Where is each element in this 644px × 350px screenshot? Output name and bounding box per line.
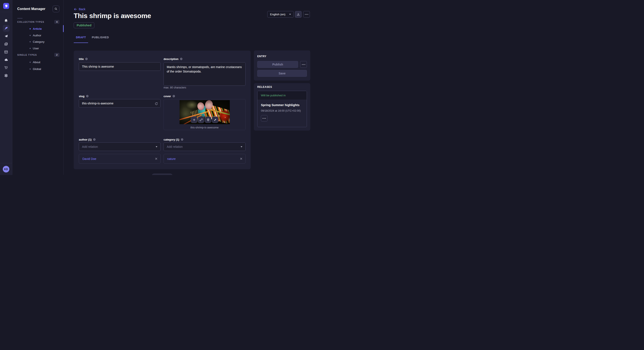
rail-item-home[interactable]	[3, 17, 10, 24]
remove-relation-button[interactable]	[240, 158, 242, 160]
sidebar-item-category[interactable]: Category	[30, 39, 44, 44]
sidebar-item-global[interactable]: Global	[30, 67, 41, 71]
rail-item-media-library[interactable]	[3, 41, 10, 47]
entry-more-button[interactable]	[300, 61, 307, 68]
tab-draft[interactable]: DRAFT	[74, 36, 88, 39]
cover-toolbar	[191, 117, 218, 123]
remove-relation-button[interactable]	[155, 158, 158, 160]
sidebar-item-label: Author	[33, 34, 41, 37]
title-input[interactable]	[79, 62, 160, 71]
active-item-indicator	[63, 25, 64, 32]
feather-icon	[4, 26, 8, 30]
rail-item-content-manager[interactable]	[3, 25, 10, 32]
strapi-logo[interactable]	[3, 3, 9, 9]
section-label: COLLECTION TYPES	[17, 21, 44, 23]
globe-icon	[93, 138, 96, 141]
bullet-icon	[30, 41, 31, 42]
release-card: Will be published in Spring Summer highl…	[257, 91, 307, 127]
sidebar-title: Content Manager	[17, 7, 45, 11]
rail-item-cloud[interactable]	[3, 56, 10, 63]
relation-link[interactable]: nature	[167, 157, 176, 161]
partial-bottom-element	[152, 174, 172, 175]
description-hint: max. 80 characters	[164, 86, 186, 89]
entry-panel: ENTRY Publish Save	[254, 50, 310, 81]
regenerate-slug-button[interactable]	[154, 102, 158, 106]
slug-input[interactable]	[79, 99, 160, 108]
relation-link[interactable]: David Doe	[82, 157, 96, 161]
description-field-label: description	[164, 57, 182, 61]
back-label: Back	[79, 7, 86, 11]
link-icon	[200, 118, 203, 121]
cover-caption: this-shrimp-is-awesome	[164, 126, 245, 129]
author-field-label: author (1)	[79, 138, 96, 141]
back-link[interactable]: Back	[74, 7, 86, 11]
sidebar-item-label: Article	[33, 27, 42, 30]
rail-item-content-type-builder[interactable]	[3, 48, 10, 55]
locale-select[interactable]: English (en)	[267, 11, 294, 18]
publish-button[interactable]: Publish	[257, 61, 298, 68]
edit-form-card: title description Mantis shrimps, or sto…	[74, 51, 251, 169]
rail-item-marketplace[interactable]	[3, 64, 10, 71]
globe-icon	[85, 58, 88, 60]
layout-icon	[4, 50, 8, 54]
version-tabs: DRAFT PUBLISHED	[74, 36, 109, 39]
releases-panel-title: RELEASES	[257, 85, 272, 88]
close-icon	[240, 158, 242, 160]
search-button[interactable]	[52, 5, 60, 12]
release-more-button[interactable]	[261, 115, 268, 122]
sidebar-item-about[interactable]: About	[30, 60, 40, 64]
bullet-icon	[30, 48, 31, 49]
combobox-placeholder: Add relation	[167, 145, 183, 149]
plus-icon	[192, 118, 196, 121]
sidebar-divider	[17, 18, 22, 18]
sidebar-item-user[interactable]: User	[30, 46, 39, 51]
tab-published[interactable]: PUBLISHED	[92, 36, 109, 39]
download-icon	[297, 13, 300, 16]
rail-item-settings[interactable]	[3, 72, 10, 79]
active-tab-underline	[74, 42, 88, 43]
ellipsis-icon	[305, 14, 308, 15]
field-label-text: category (1)	[164, 138, 179, 141]
category-relation-combobox[interactable]: Add relation	[164, 143, 246, 151]
logo-cell	[0, 0, 12, 12]
ellipsis-icon	[262, 118, 266, 119]
arrow-left-icon	[74, 8, 77, 11]
nav-rail: KD	[0, 0, 12, 175]
ellipsis-icon	[302, 64, 305, 65]
chevron-down-icon	[289, 14, 291, 15]
title-field-label: title	[79, 57, 88, 61]
save-button[interactable]: Save	[257, 70, 307, 77]
copy-link-button[interactable]	[198, 117, 204, 123]
entry-panel-title: ENTRY	[257, 55, 266, 58]
section-count-badge: 2	[54, 53, 60, 57]
release-status: Will be published in	[258, 91, 307, 100]
search-icon	[54, 7, 58, 10]
sidebar-item-label: Global	[33, 67, 41, 71]
globe-icon	[180, 58, 182, 60]
edit-media-button[interactable]	[212, 117, 218, 123]
gear-icon	[4, 74, 8, 78]
bullet-icon	[30, 68, 31, 70]
cover-media-card: this-shrimp-is-awesome	[164, 99, 246, 130]
more-actions-button[interactable]	[303, 11, 310, 18]
release-name: Spring Summer highlights	[261, 103, 300, 107]
sidebar-item-author[interactable]: Author	[30, 33, 41, 38]
sidebar-item-label: Category	[33, 40, 44, 43]
slug-field-label: slug	[79, 94, 88, 98]
chevron-down-icon	[241, 146, 242, 147]
delete-media-button[interactable]	[205, 117, 211, 123]
category-relation-item: nature	[164, 154, 246, 164]
export-button[interactable]	[295, 11, 302, 18]
strapi-logo-icon	[4, 4, 8, 8]
bullet-icon	[30, 28, 31, 29]
author-relation-item: David Doe	[79, 154, 160, 164]
page-title: This shrimp is awesome	[74, 12, 151, 20]
pencil-icon	[214, 118, 217, 121]
rail-item-releases[interactable]	[3, 33, 10, 39]
add-media-button[interactable]	[191, 117, 197, 123]
user-avatar[interactable]: KD	[3, 166, 9, 173]
author-relation-combobox[interactable]: Add relation	[79, 143, 160, 151]
description-textarea[interactable]: Mantis shrimps, or stomatopods, are mari…	[164, 62, 246, 86]
sidebar-item-article[interactable]: Article	[30, 26, 42, 31]
cart-icon	[4, 66, 8, 70]
